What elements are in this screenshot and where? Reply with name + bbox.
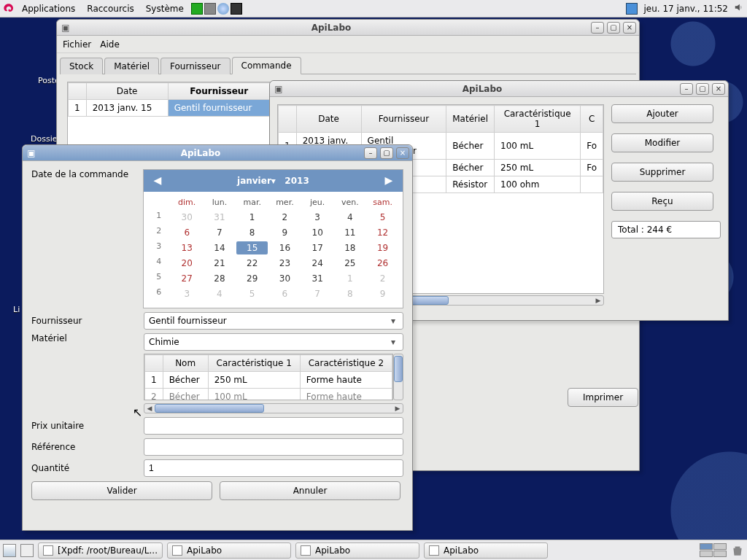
task-xpdf[interactable]: [Xpdf: /root/Bureau/L... — [38, 542, 163, 559]
calendar-day[interactable]: 28 — [204, 272, 236, 285]
col-carac1[interactable]: Caractéristique 1 — [495, 106, 581, 133]
calendar-day[interactable]: 31 — [302, 272, 333, 285]
minimize-button[interactable]: – — [680, 83, 693, 95]
calendar-prev[interactable]: ◀ — [151, 174, 164, 187]
tab-fournisseur[interactable]: Fournisseur — [160, 58, 231, 74]
validate-button[interactable]: Valider — [31, 481, 212, 500]
calendar-day[interactable]: 8 — [335, 287, 366, 300]
received-button[interactable]: Reçu — [611, 192, 713, 211]
show-desktop-icon[interactable] — [3, 544, 16, 557]
calendar-day[interactable]: 23 — [269, 257, 301, 270]
calendar-day[interactable]: 7 — [204, 226, 236, 239]
calendar-day[interactable]: 12 — [367, 226, 398, 239]
network-icon[interactable] — [626, 3, 638, 15]
materiel-combo[interactable]: Chimie ▾ — [144, 333, 403, 351]
trash-icon[interactable] — [731, 544, 744, 557]
col-nom[interactable]: Nom — [163, 355, 208, 372]
calendar-day[interactable]: 19 — [367, 241, 398, 254]
col-date[interactable]: Date — [296, 106, 361, 133]
menu-applications[interactable]: Applications — [18, 2, 80, 15]
titlebar-main[interactable]: ▣ ApiLabo – ▢ × — [57, 20, 639, 36]
calendar-day[interactable]: 11 — [335, 226, 366, 239]
calendar-day[interactable]: 30 — [269, 272, 301, 285]
menu-file[interactable]: Fichier — [63, 39, 91, 50]
tab-stock[interactable]: Stock — [60, 58, 103, 74]
calendar-day[interactable]: 1 — [335, 272, 366, 285]
calendar-day[interactable]: 31 — [204, 211, 236, 224]
calendar-day[interactable]: 2 — [367, 272, 398, 285]
calendar-day[interactable]: 17 — [302, 241, 333, 254]
calendar-day[interactable]: 25 — [335, 257, 366, 270]
calendar-day[interactable]: 29 — [236, 272, 268, 285]
col-c2[interactable]: Caractéristique 2 — [300, 355, 392, 372]
calendar-next[interactable]: ▶ — [382, 174, 395, 187]
calendar-day[interactable]: 16 — [269, 241, 301, 254]
terminal-icon[interactable] — [231, 3, 242, 15]
col-fournisseur[interactable]: Fournisseur — [168, 83, 270, 100]
calendar-day[interactable]: 15 — [236, 241, 268, 254]
menu-system[interactable]: Système — [142, 2, 188, 15]
col-carac2[interactable]: C — [581, 106, 603, 133]
materiel-subtable[interactable]: Nom Caractéristique 1 Caractéristique 2 … — [144, 354, 392, 400]
cancel-button[interactable]: Annuler — [220, 481, 400, 500]
calendar-day[interactable]: 18 — [335, 241, 366, 254]
tab-materiel[interactable]: Matériel — [104, 58, 159, 74]
calendar-day[interactable]: 27 — [171, 272, 203, 285]
prix-input[interactable] — [144, 417, 403, 435]
calendar-title[interactable]: janvier▾ 2013 — [237, 176, 309, 186]
close-button[interactable]: × — [396, 147, 409, 159]
workspace-switcher[interactable] — [700, 543, 727, 557]
table-row[interactable]: 1 Bécher 250 mL Forme haute — [145, 372, 392, 389]
calendar-day[interactable]: 9 — [269, 226, 301, 239]
volume-icon[interactable] — [734, 2, 744, 15]
calendar-day[interactable]: 5 — [236, 287, 268, 300]
titlebar-detail[interactable]: ▣ ApiLabo – ▢ × — [270, 81, 728, 97]
print-button[interactable]: Imprimer — [568, 388, 638, 407]
maximize-button[interactable]: ▢ — [607, 22, 620, 34]
tray-icon[interactable] — [20, 544, 34, 557]
calendar-day[interactable]: 8 — [236, 226, 268, 239]
calendar-day[interactable]: 1 — [236, 211, 268, 224]
calendar-day[interactable]: 6 — [269, 287, 301, 300]
calendar-day[interactable]: 20 — [171, 257, 203, 270]
menu-help[interactable]: Aide — [100, 39, 120, 50]
tab-commande[interactable]: Commande — [232, 57, 301, 74]
delete-button[interactable]: Supprimer — [611, 163, 713, 182]
calendar-day[interactable]: 6 — [171, 226, 203, 239]
calendar-day[interactable]: 3 — [302, 211, 333, 224]
h-scrollbar[interactable]: ◀ ▶ — [144, 403, 403, 413]
quantite-input[interactable] — [144, 459, 403, 477]
task-apilabo-3[interactable]: ApiLabo — [424, 542, 548, 559]
calculator-icon[interactable] — [204, 3, 216, 15]
add-button[interactable]: Ajouter — [611, 104, 713, 123]
minimize-button[interactable]: – — [591, 22, 604, 34]
calendar-day[interactable]: 22 — [236, 257, 268, 270]
col-fournisseur[interactable]: Fournisseur — [361, 106, 446, 133]
calendar-day[interactable]: 2 — [269, 211, 301, 224]
table-row[interactable]: 2 Bécher 100 mL Forme haute — [145, 389, 392, 401]
task-apilabo-2[interactable]: ApiLabo — [295, 542, 419, 559]
calendar-day[interactable]: 21 — [204, 257, 236, 270]
calendar-day[interactable]: 9 — [367, 287, 398, 300]
monitor-icon[interactable] — [191, 3, 203, 15]
calendar-day[interactable]: 30 — [171, 211, 203, 224]
reference-input[interactable] — [144, 438, 403, 456]
commande-table[interactable]: Date Fournisseur 1 2013 janv. 15 Gentil … — [68, 82, 271, 117]
menu-shortcuts[interactable]: Raccourcis — [82, 2, 138, 15]
calendar-day[interactable]: 26 — [367, 257, 398, 270]
calendar-day[interactable]: 3 — [171, 287, 203, 300]
calendar-day[interactable]: 14 — [204, 241, 236, 254]
calendar-day[interactable]: 13 — [171, 241, 203, 254]
calendar-day[interactable]: 7 — [302, 287, 333, 300]
calendar-day[interactable]: 10 — [302, 226, 333, 239]
calendar-day[interactable]: 24 — [302, 257, 333, 270]
calendar-day[interactable]: 5 — [367, 211, 398, 224]
col-date[interactable]: Date — [86, 83, 168, 100]
fournisseur-combo[interactable]: Gentil fournisseur ▾ — [144, 312, 403, 330]
v-scrollbar[interactable] — [393, 354, 403, 400]
web-icon[interactable] — [217, 3, 229, 15]
clock[interactable]: jeu. 17 janv., 11:52 — [640, 4, 731, 14]
close-button[interactable]: × — [712, 83, 725, 95]
modify-button[interactable]: Modifier — [611, 133, 713, 152]
titlebar-modal[interactable]: ▣ ApiLabo – ▢ × — [23, 145, 412, 161]
